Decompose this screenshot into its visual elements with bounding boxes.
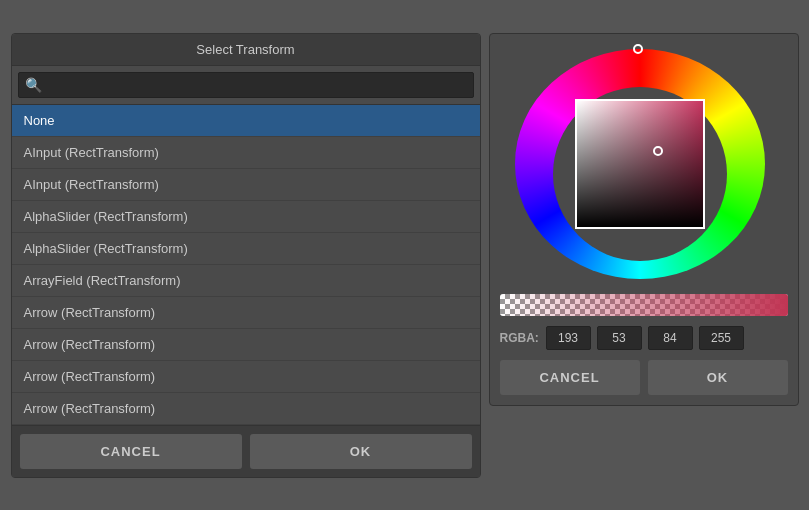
left-cancel-button[interactable]: CANCEL — [20, 434, 242, 469]
list-item[interactable]: AInput (RectTransform) — [12, 169, 480, 201]
right-cancel-button[interactable]: CANCEL — [500, 360, 640, 395]
sq-gradient-black — [577, 101, 703, 227]
list-item[interactable]: Arrow (RectTransform) — [12, 297, 480, 329]
right-ok-button[interactable]: OK — [648, 360, 788, 395]
rgba-r-input[interactable] — [546, 326, 591, 350]
dialog-title: Select Transform — [12, 34, 480, 66]
list-item[interactable]: None — [12, 105, 480, 137]
search-input[interactable] — [46, 77, 467, 92]
rgba-row: RGBA: — [500, 326, 788, 350]
rgba-label: RGBA: — [500, 331, 540, 345]
alpha-slider[interactable] — [500, 294, 788, 316]
transform-list: NoneAInput (RectTransform)AInput (RectTr… — [12, 105, 480, 425]
list-item[interactable]: Arrow (RectTransform) — [12, 361, 480, 393]
list-item[interactable]: Arrow (RectTransform) — [12, 393, 480, 425]
list-item[interactable]: AlphaSlider (RectTransform) — [12, 233, 480, 265]
rgba-a-input[interactable] — [699, 326, 744, 350]
list-item[interactable]: AInput (RectTransform) — [12, 137, 480, 169]
hue-ring-cursor — [633, 44, 643, 54]
rgba-g-input[interactable] — [597, 326, 642, 350]
color-saturation-square[interactable] — [575, 99, 705, 229]
color-wheel[interactable] — [500, 44, 780, 284]
list-item[interactable]: ArrayField (RectTransform) — [12, 265, 480, 297]
search-input-wrapper[interactable]: 🔍 — [18, 72, 474, 98]
alpha-gradient — [500, 294, 788, 316]
select-transform-dialog: Select Transform 🔍 NoneAInput (RectTrans… — [11, 33, 481, 478]
search-icon: 🔍 — [25, 77, 42, 93]
list-item[interactable]: AlphaSlider (RectTransform) — [12, 201, 480, 233]
color-picker-footer: CANCEL OK — [500, 360, 788, 395]
search-container: 🔍 — [12, 66, 480, 105]
rgba-b-input[interactable] — [648, 326, 693, 350]
color-picker-dialog: RGBA: CANCEL OK — [489, 33, 799, 406]
list-item[interactable]: Arrow (RectTransform) — [12, 329, 480, 361]
left-dialog-footer: CANCEL OK — [12, 425, 480, 477]
left-ok-button[interactable]: OK — [250, 434, 472, 469]
